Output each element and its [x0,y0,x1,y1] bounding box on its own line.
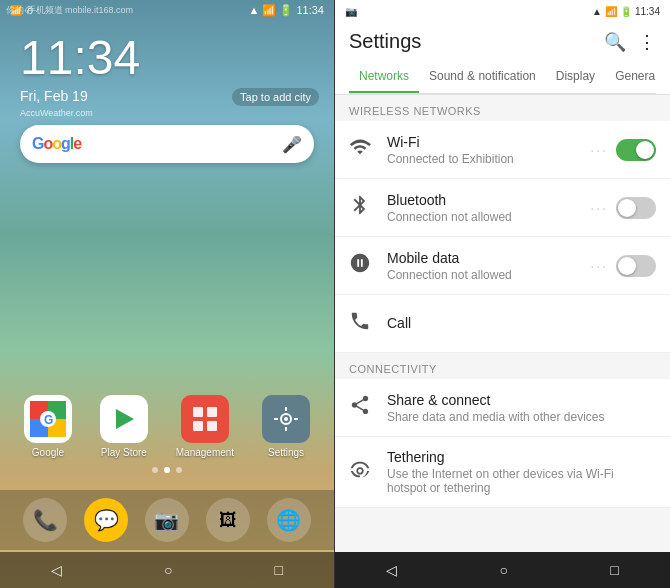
wifi-title: Wi-Fi [387,134,582,150]
wifi-item[interactable]: Wi-Fi Connected to Exhibition ··· [335,121,670,179]
google-logo: Google [32,135,81,153]
settings-actions: 🔍 ⋮ [604,31,656,53]
left-nav-bar: ◁ ○ □ [0,552,334,588]
accuweather-label: AccuWeather.com [20,108,93,118]
wireless-networks-header: WIRELESS NETWORKS [335,95,670,121]
signal-status-icon: 📶 [605,6,617,17]
svg-rect-11 [193,421,203,431]
bluetooth-item[interactable]: Bluetooth Connection not allowed ··· [335,179,670,237]
tethering-text: Tethering Use the Internet on other devi… [379,449,656,495]
left-date: Fri, Feb 19 [20,88,88,104]
wifi-status-icon: ▲ [592,6,602,17]
left-status-right: ▲ 📶 🔋 11:34 [248,4,324,17]
app-icons-row: G Google Play Store [0,395,334,458]
right-nav-back[interactable]: ◁ [386,562,397,578]
dock-gallery[interactable]: 🖼 [206,498,250,542]
svg-point-15 [284,417,288,421]
tethering-subtitle: Use the Internet on other devices via Wi… [387,467,648,495]
mobile-data-control: ··· [590,255,656,277]
app-management[interactable]: Management [176,395,234,458]
right-phone: 📷 ▲ 📶 🔋 11:34 Settings 🔍 ⋮ Networks Soun… [335,0,670,588]
dock-chrome[interactable]: 🌐 [267,498,311,542]
app-settings[interactable]: Settings [262,395,310,458]
svg-rect-9 [193,407,203,417]
right-time: 11:34 [635,6,660,17]
dock-phone[interactable]: 📞 [23,498,67,542]
wifi-toggle-knob [636,141,654,159]
share-connect-text: Share & connect Share data and media wit… [379,392,656,424]
mobile-data-title: Mobile data [387,250,582,266]
dot-3 [176,467,182,473]
bluetooth-toggle[interactable] [616,197,656,219]
mobile-data-more-dots: ··· [590,258,608,274]
call-item[interactable]: Call [335,295,670,353]
tethering-icon [349,459,379,486]
svg-text:G: G [44,413,53,427]
dock-messages[interactable]: 💬 [84,498,128,542]
app-mgmt-label: Management [176,447,234,458]
watermark: 你的·手机频道 mobile.it168.com [6,4,133,17]
dock-camera[interactable]: 📷 [145,498,189,542]
mobile-data-text: Mobile data Connection not allowed [379,250,590,282]
search-icon[interactable]: 🔍 [604,31,626,53]
svg-rect-8 [187,401,223,437]
bluetooth-title: Bluetooth [387,192,582,208]
wifi-subtitle: Connected to Exhibition [387,152,582,166]
tabs-row: Networks Sound & notification Display Ge… [349,61,656,94]
tab-networks[interactable]: Networks [349,61,419,93]
dot-1 [152,467,158,473]
bluetooth-text: Bluetooth Connection not allowed [379,192,590,224]
app-google[interactable]: G Google [24,395,72,458]
svg-rect-10 [207,407,217,417]
wifi-control: ··· [590,139,656,161]
connectivity-header: CONNECTIVITY [335,353,670,379]
settings-content: WIRELESS NETWORKS Wi-Fi Connected to Exh… [335,95,670,552]
mobile-data-item[interactable]: Mobile data Connection not allowed ··· [335,237,670,295]
share-connect-item[interactable]: Share & connect Share data and media wit… [335,379,670,437]
right-status-icons: ▲ 📶 🔋 11:34 [592,6,660,17]
mobile-data-toggle-knob [618,257,636,275]
settings-title-row: Settings 🔍 ⋮ [349,30,656,53]
settings-header: Settings 🔍 ⋮ Networks Sound & notificati… [335,22,670,95]
share-connect-subtitle: Share data and media with other devices [387,410,648,424]
tab-display[interactable]: Display [546,61,605,93]
nav-recent-btn[interactable]: □ [275,562,283,578]
more-options-icon[interactable]: ⋮ [638,31,656,53]
nav-back-btn[interactable]: ◁ [51,562,62,578]
right-status-bar: 📷 ▲ 📶 🔋 11:34 [335,0,670,22]
wifi-text: Wi-Fi Connected to Exhibition [379,134,590,166]
bluetooth-more-dots: ··· [590,200,608,216]
right-nav-bar: ◁ ○ □ [335,552,670,588]
bottom-dock: 📞 💬 📷 🖼 🌐 [0,490,334,550]
right-nav-home[interactable]: ○ [500,562,508,578]
tethering-item[interactable]: Tethering Use the Internet on other devi… [335,437,670,508]
right-nav-recent[interactable]: □ [610,562,618,578]
wifi-toggle[interactable] [616,139,656,161]
wifi-more-dots: ··· [590,142,608,158]
right-status-photo: 📷 [345,6,357,17]
left-time: 11:34 [20,30,140,85]
tab-sound[interactable]: Sound & notification [419,61,546,93]
mic-icon[interactable]: 🎤 [282,135,302,154]
google-search-bar[interactable]: Google 🎤 [20,125,314,163]
app-google-label: Google [32,447,64,458]
page-dots [0,467,334,473]
call-icon [349,310,379,337]
mobile-data-toggle[interactable] [616,255,656,277]
tab-general[interactable]: General [605,61,656,93]
left-phone: 你的·手机频道 mobile.it168.com 📶 ✆ ▲ 📶 🔋 11:34… [0,0,335,588]
tethering-title: Tethering [387,449,648,465]
app-settings-label: Settings [268,447,304,458]
share-connect-title: Share & connect [387,392,648,408]
bluetooth-control: ··· [590,197,656,219]
bluetooth-icon [349,194,379,221]
call-text: Call [379,315,656,333]
settings-title: Settings [349,30,421,53]
svg-rect-12 [207,421,217,431]
mobile-data-icon [349,252,379,279]
wifi-icon [349,136,379,163]
app-play-store[interactable]: Play Store [100,395,148,458]
nav-home-btn[interactable]: ○ [164,562,172,578]
tap-city-button[interactable]: Tap to add city [232,88,319,106]
bluetooth-toggle-knob [618,199,636,217]
